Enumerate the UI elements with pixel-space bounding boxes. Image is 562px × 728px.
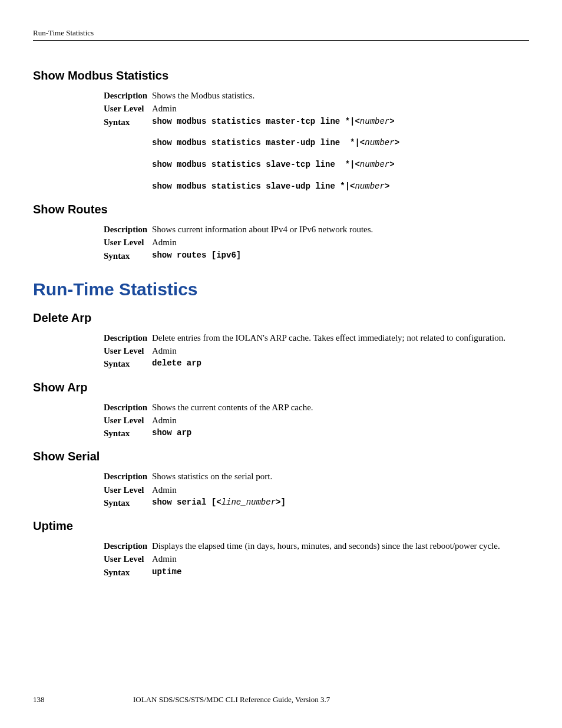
value-description: Shows the current contents of the ARP ca…	[152, 401, 529, 413]
value-userlevel: Admin	[152, 345, 529, 357]
heading-show-routes: Show Routes	[33, 203, 529, 216]
value-syntax: show serial [<line_number>]	[152, 497, 529, 509]
label-syntax: Syntax	[104, 497, 152, 509]
heading-delete-arp: Delete Arp	[33, 311, 529, 325]
value-syntax: show routes [ipv6]	[152, 250, 529, 262]
value-userlevel: Admin	[152, 553, 529, 565]
row-description: Description Delete entries from the IOLA…	[104, 332, 529, 344]
value-description: Shows current information about IPv4 or …	[152, 223, 529, 235]
heading-uptime: Uptime	[33, 519, 529, 533]
value-userlevel: Admin	[152, 484, 529, 496]
row-syntax: Syntax delete arp	[104, 358, 529, 370]
label-description: Description	[104, 223, 152, 235]
row-description: Description Shows the Modbus statistics.	[104, 90, 529, 101]
value-syntax: show modbus statistics master-tcp line *…	[152, 116, 529, 193]
syntax-line: show modbus statistics slave-tcp line *|…	[152, 159, 529, 170]
row-syntax: Syntax uptime	[104, 566, 529, 578]
row-syntax: Syntax show arp	[104, 427, 529, 439]
label-userlevel: User Level	[104, 236, 152, 248]
label-description: Description	[104, 470, 152, 482]
row-userlevel: User Level Admin	[104, 236, 529, 248]
label-syntax: Syntax	[104, 250, 152, 262]
row-userlevel: User Level Admin	[104, 484, 529, 496]
row-userlevel: User Level Admin	[104, 553, 529, 565]
label-description: Description	[104, 540, 152, 552]
footer-text: IOLAN SDS/SCS/STS/MDC CLI Reference Guid…	[133, 695, 529, 704]
label-syntax: Syntax	[104, 116, 152, 193]
page-header: Run-Time Statistics	[33, 28, 529, 41]
label-userlevel: User Level	[104, 345, 152, 357]
row-description: Description Shows the current contents o…	[104, 401, 529, 413]
breadcrumb: Run-Time Statistics	[33, 28, 94, 37]
label-userlevel: User Level	[104, 553, 152, 565]
syntax-line: show modbus statistics slave-udp line *|…	[152, 181, 529, 192]
row-userlevel: User Level Admin	[104, 414, 529, 426]
label-userlevel: User Level	[104, 103, 152, 114]
heading-runtime-statistics: Run-Time Statistics	[33, 279, 529, 299]
page-footer: 138 IOLAN SDS/SCS/STS/MDC CLI Reference …	[33, 695, 529, 704]
row-userlevel: User Level Admin	[104, 103, 529, 114]
value-syntax: uptime	[152, 566, 529, 578]
value-userlevel: Admin	[152, 103, 529, 114]
value-description: Delete entries from the IOLAN's ARP cach…	[152, 332, 529, 344]
value-syntax: delete arp	[152, 358, 529, 370]
row-syntax: Syntax show modbus statistics master-tcp…	[104, 116, 529, 193]
label-description: Description	[104, 401, 152, 413]
syntax-line: show modbus statistics master-udp line *…	[152, 137, 529, 149]
heading-show-serial: Show Serial	[33, 450, 529, 463]
label-description: Description	[104, 90, 152, 101]
label-syntax: Syntax	[104, 427, 152, 439]
value-description: Shows the Modbus statistics.	[152, 90, 529, 101]
row-description: Description Displays the elapsed time (i…	[104, 540, 529, 552]
heading-show-arp: Show Arp	[33, 381, 529, 394]
value-description: Shows statistics on the serial port.	[152, 470, 529, 482]
label-description: Description	[104, 332, 152, 344]
label-userlevel: User Level	[104, 414, 152, 426]
label-syntax: Syntax	[104, 358, 152, 370]
row-description: Description Shows statistics on the seri…	[104, 470, 529, 482]
syntax-line: show modbus statistics master-tcp line *…	[152, 116, 529, 127]
page-number: 138	[33, 695, 133, 704]
value-syntax: show arp	[152, 427, 529, 439]
row-userlevel: User Level Admin	[104, 345, 529, 357]
value-userlevel: Admin	[152, 414, 529, 426]
row-syntax: Syntax show serial [<line_number>]	[104, 497, 529, 509]
row-description: Description Shows current information ab…	[104, 223, 529, 235]
heading-show-modbus: Show Modbus Statistics	[33, 69, 529, 83]
row-syntax: Syntax show routes [ipv6]	[104, 250, 529, 262]
value-userlevel: Admin	[152, 236, 529, 248]
value-description: Displays the elapsed time (in days, hour…	[152, 540, 529, 552]
label-userlevel: User Level	[104, 484, 152, 496]
label-syntax: Syntax	[104, 566, 152, 578]
